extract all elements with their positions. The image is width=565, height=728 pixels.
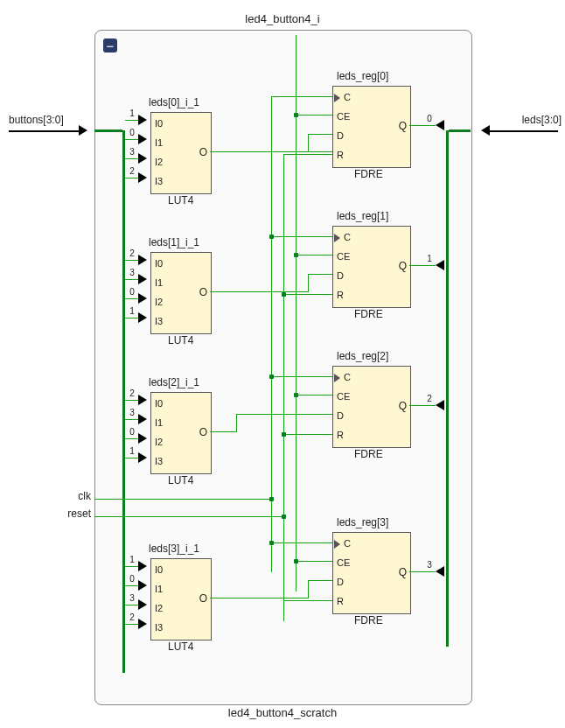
lut0-tap2-arrow xyxy=(138,153,147,164)
reg1-clk-tri xyxy=(334,234,340,242)
reg0-pin-d: D xyxy=(337,130,344,141)
clk-tap-0 xyxy=(271,96,332,97)
lut2-tap3 xyxy=(138,452,147,463)
d-wire-1a xyxy=(210,291,308,292)
reg1-outbit: 1 xyxy=(424,254,435,263)
d-wire-0c xyxy=(308,134,332,135)
clk-wire-h xyxy=(94,499,273,500)
lut3-w0 xyxy=(125,566,138,567)
lut0-bit3: 2 xyxy=(127,166,137,176)
ce-node-3 xyxy=(294,559,298,564)
lut0-pin-i0: I0 xyxy=(155,118,163,129)
lut2-title: leds[2]_i_1 xyxy=(149,376,199,388)
lut0-title: leds[0]_i_1 xyxy=(149,96,199,108)
ce-node-1 xyxy=(294,253,298,257)
reg1-pin-q: Q xyxy=(399,260,407,272)
reset-wire-h xyxy=(94,516,285,517)
d-wire-3b xyxy=(308,580,309,598)
lut1-w1 xyxy=(125,279,138,280)
reg1-type: FDRE xyxy=(354,308,383,320)
reg2[interactable]: C CE D R Q xyxy=(332,366,411,448)
lut3-type: LUT4 xyxy=(168,640,193,653)
input-bus-hconn xyxy=(94,130,122,132)
module-title-bottom: led4_button4_scratch xyxy=(0,706,565,719)
clk-node-1 xyxy=(269,234,274,239)
d-wire-0a xyxy=(210,151,332,152)
lut0-tap1-arrow xyxy=(138,134,147,144)
ce-tap-0 xyxy=(296,115,332,116)
ce-node-0 xyxy=(294,113,298,117)
lut3-w1 xyxy=(125,585,138,586)
lut3-tap1 xyxy=(138,580,147,591)
lut2-pin-i0: I0 xyxy=(155,398,163,409)
collapse-icon[interactable]: − xyxy=(103,38,117,52)
reg3-pin-c: C xyxy=(344,538,351,549)
reg2-pin-c: C xyxy=(344,372,351,382)
lut3-bit0: 1 xyxy=(127,555,137,564)
lut1-pin-i2: I2 xyxy=(155,297,163,307)
reg2-clk-tri xyxy=(334,374,340,382)
lut1-pin-o: O xyxy=(199,286,207,298)
reg3[interactable]: C CE D R Q xyxy=(332,532,411,614)
reg2-type: FDRE xyxy=(354,448,383,460)
module-title-top: led4_button4_i xyxy=(0,12,565,25)
r-tap-2 xyxy=(283,434,332,435)
reg2-pin-q: Q xyxy=(399,400,407,412)
lut1-title: leds[1]_i_1 xyxy=(149,236,199,248)
reg0-type: FDRE xyxy=(354,168,383,180)
lut3-title: leds[3]_i_1 xyxy=(149,542,199,555)
port-buttons-arrow xyxy=(79,125,87,136)
lut3[interactable]: I0 I1 I2 I3 O xyxy=(150,558,212,640)
reg0-pin-q: Q xyxy=(399,120,407,132)
reg1-pin-ce: CE xyxy=(337,251,350,262)
reg2-pin-d: D xyxy=(337,410,344,421)
lut0[interactable]: I0 I1 I2 I3 O xyxy=(150,112,212,194)
r-node-1 xyxy=(282,292,286,297)
reg1-q-arrow xyxy=(436,260,444,270)
lut1[interactable]: I0 I1 I2 I3 O xyxy=(150,252,212,334)
d-wire-1c xyxy=(308,274,332,275)
lut0-w0 xyxy=(125,120,138,121)
reg0-q-arrow xyxy=(436,120,444,130)
lut1-tap1 xyxy=(138,274,147,284)
clk-node-src xyxy=(269,497,274,501)
reg1[interactable]: C CE D R Q xyxy=(332,226,411,308)
reg3-pin-ce: CE xyxy=(337,557,350,568)
schematic-canvas: led4_button4_i − led4_button4_scratch bu… xyxy=(0,0,565,728)
port-reset-label: reset xyxy=(61,508,91,520)
lut1-bit1: 3 xyxy=(127,268,137,277)
r-tap-0 xyxy=(283,154,332,155)
lut2-type: LUT4 xyxy=(168,474,193,486)
lut0-pin-i1: I1 xyxy=(155,137,163,148)
d-wire-3c xyxy=(308,580,332,581)
lut1-bit3: 1 xyxy=(127,306,137,316)
clk-tap-1 xyxy=(271,236,332,237)
lut0-w1 xyxy=(125,139,138,140)
lut1-type: LUT4 xyxy=(168,334,193,346)
lut0-w3 xyxy=(125,178,138,178)
reg3-q-arrow xyxy=(436,566,444,577)
lut0-pin-i3: I3 xyxy=(155,176,163,186)
lut2[interactable]: I0 I1 I2 I3 O xyxy=(150,392,212,474)
port-leds-line xyxy=(490,130,558,132)
reg1-q-wire xyxy=(409,265,436,266)
lut3-bit1: 0 xyxy=(127,574,137,584)
lut3-tap2 xyxy=(138,599,147,610)
d-wire-2b xyxy=(236,414,237,432)
lut0-pin-o: O xyxy=(199,146,207,158)
reg0[interactable]: C CE D R Q xyxy=(332,86,411,168)
lut2-pin-i2: I2 xyxy=(155,437,163,447)
reg3-clk-tri xyxy=(334,540,340,549)
port-leds-arrow xyxy=(481,125,490,136)
lut2-bit3: 1 xyxy=(127,446,137,456)
lut1-pin-i0: I0 xyxy=(155,258,163,269)
ce-tap-3 xyxy=(296,561,332,562)
port-buttons-line xyxy=(9,130,79,132)
lut2-tap2 xyxy=(138,433,147,444)
lut3-pin-o: O xyxy=(199,592,207,605)
lut1-bit2: 0 xyxy=(127,287,137,297)
port-buttons-label: buttons[3:0] xyxy=(9,114,64,126)
lut2-bit1: 3 xyxy=(127,408,137,417)
reg2-pin-ce: CE xyxy=(337,391,350,402)
lut3-w2 xyxy=(125,605,138,606)
